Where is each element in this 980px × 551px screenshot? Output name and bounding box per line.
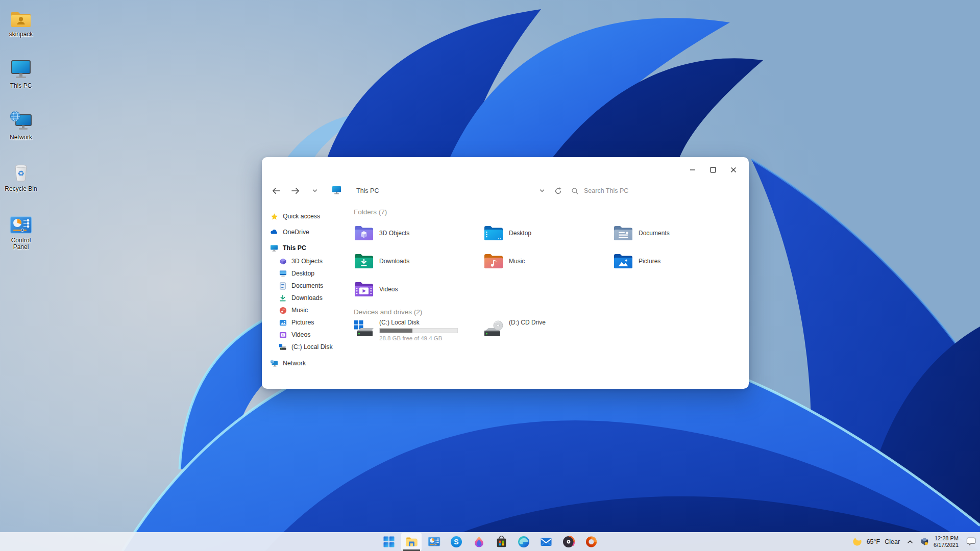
desktop: skinpack This PC xyxy=(0,0,980,551)
folder-label: Desktop xyxy=(509,230,531,237)
file-explorer-icon xyxy=(405,536,418,547)
nav-buttons: This PC xyxy=(270,185,379,197)
sidebar-item-label: Videos xyxy=(291,331,310,338)
folder-tile-3d-objects[interactable]: 3D Objects xyxy=(354,219,483,247)
search-box[interactable] xyxy=(571,187,741,195)
monitor-icon xyxy=(270,244,278,252)
drive-name: (D:) CD Drive xyxy=(509,319,546,326)
taskbar-groove-music[interactable] xyxy=(558,533,579,551)
edge-icon xyxy=(518,536,530,548)
groove-music-icon xyxy=(562,536,575,548)
drive-tile-cd-drive[interactable]: (D:) CD Drive xyxy=(483,319,613,341)
cloud-icon xyxy=(270,228,278,236)
folders-grid: 3D Objects Desktop xyxy=(354,219,749,303)
desktop-folder-icon xyxy=(483,224,504,242)
taskbar-office[interactable] xyxy=(581,533,601,551)
start-button[interactable] xyxy=(379,533,399,551)
content-pane: Folders (7) 3D Objects xyxy=(345,201,749,389)
drive-info: (C:) Local Disk 28.8 GB free of 49.4 GB xyxy=(379,319,458,341)
folder-label: Documents xyxy=(639,230,670,237)
taskbar-edge[interactable] xyxy=(513,533,534,551)
folder-label: Music xyxy=(509,258,525,265)
microsoft-store-icon xyxy=(496,536,507,548)
address-dropdown-chevron-icon[interactable] xyxy=(535,185,549,197)
weather-temperature[interactable]: 65°F xyxy=(867,538,880,545)
taskbar-skype[interactable]: S xyxy=(446,533,467,551)
tray-chevron-up-icon[interactable] xyxy=(906,539,914,545)
taskbar-control-panel[interactable] xyxy=(424,533,444,551)
refresh-icon[interactable] xyxy=(551,185,565,197)
sidebar-item-network[interactable]: Network xyxy=(270,357,345,369)
drive-free-space: 28.8 GB free of 49.4 GB xyxy=(379,335,458,341)
forward-button[interactable] xyxy=(289,185,302,197)
desktop-icon-label: Network xyxy=(10,134,32,141)
back-button[interactable] xyxy=(270,185,282,197)
desktop-icon-skinpack[interactable]: skinpack xyxy=(3,4,39,56)
taskbar-clock[interactable]: 12:28 PM 6/17/2021 xyxy=(934,535,959,548)
this-pc-monitor-icon xyxy=(10,56,32,80)
folder-tile-documents[interactable]: Documents xyxy=(613,219,743,247)
title-bar[interactable] xyxy=(262,157,749,181)
folder-tile-music[interactable]: Music xyxy=(483,247,613,275)
sidebar-item-onedrive[interactable]: OneDrive xyxy=(270,226,345,238)
sidebar-item-music[interactable]: Music xyxy=(270,304,345,316)
videos-folder-icon xyxy=(354,281,374,298)
taskbar-file-explorer[interactable] xyxy=(401,533,422,551)
sidebar-item-label: Pictures xyxy=(291,319,314,326)
sidebar-item-local-disk[interactable]: (C:) Local Disk xyxy=(270,341,345,353)
window-body: Quick access OneDrive This PC xyxy=(262,201,749,389)
sidebar-item-desktop[interactable]: Desktop xyxy=(270,267,345,280)
notification-center-icon[interactable] xyxy=(966,537,976,546)
navigation-pane: Quick access OneDrive This PC xyxy=(262,201,345,389)
sidebar-item-quick-access[interactable]: Quick access xyxy=(270,210,345,222)
sidebar-item-downloads[interactable]: Downloads xyxy=(270,292,345,304)
close-button[interactable] xyxy=(723,162,744,178)
drive-tile-local-disk[interactable]: (C:) Local Disk 28.8 GB free of 49.4 GB xyxy=(354,319,483,341)
skype-letter: S xyxy=(454,538,458,546)
taskbar-center-icons: S xyxy=(379,533,601,551)
folder-tile-videos[interactable]: Videos xyxy=(354,275,483,303)
system-tray: 65°F Clear 12:28 PM 6/17/2021 xyxy=(852,532,976,551)
sidebar-item-documents[interactable]: Documents xyxy=(270,280,345,292)
disk-usage-fill xyxy=(380,329,412,333)
drive-info: (D:) CD Drive xyxy=(509,319,546,341)
disk-usage-bar xyxy=(379,328,458,333)
recent-locations-chevron-icon[interactable] xyxy=(309,185,321,197)
recycle-glyph: ♻ xyxy=(17,169,24,178)
folder-tile-pictures[interactable]: Pictures xyxy=(613,247,743,275)
search-input[interactable] xyxy=(584,187,696,194)
office-icon xyxy=(585,536,597,548)
documents-folder-icon xyxy=(613,224,633,242)
devices-section-header[interactable]: Devices and drives (2) xyxy=(354,308,749,316)
taskbar-microsoft-store[interactable] xyxy=(491,533,511,551)
desktop-icon-network[interactable]: Network xyxy=(3,107,39,159)
breadcrumb-location[interactable]: This PC xyxy=(356,187,379,194)
sidebar-item-label: This PC xyxy=(283,244,306,252)
folder-label: Videos xyxy=(379,286,398,293)
desktop-icon-control-panel[interactable]: Control Panel xyxy=(3,210,39,262)
desktop-icon-recycle-bin[interactable]: ♻ Recycle Bin xyxy=(3,159,39,210)
folders-section-header[interactable]: Folders (7) xyxy=(354,208,749,216)
sidebar-item-videos[interactable]: Videos xyxy=(270,329,345,341)
folder-tile-desktop[interactable]: Desktop xyxy=(483,219,613,247)
sidebar-item-pictures[interactable]: Pictures xyxy=(270,316,345,329)
skinpack-folder-icon xyxy=(10,4,32,29)
tray-app-icon[interactable] xyxy=(920,537,929,546)
network-mini-icon xyxy=(270,359,278,367)
desktop-icon-label: This PC xyxy=(10,83,32,89)
weather-moon-icon[interactable] xyxy=(852,537,862,546)
folder-tile-downloads[interactable]: Downloads xyxy=(354,247,483,275)
control-panel-icon xyxy=(9,210,33,235)
minimize-button[interactable] xyxy=(682,162,703,178)
taskbar-mail[interactable] xyxy=(536,533,556,551)
maximize-button[interactable] xyxy=(703,162,723,178)
desktop-icon-label: Control Panel xyxy=(3,237,39,251)
sidebar-item-this-pc[interactable]: This PC xyxy=(270,242,345,254)
control-panel-taskbar-icon xyxy=(428,536,440,547)
recycle-bin-icon: ♻ xyxy=(10,159,32,183)
weather-condition[interactable]: Clear xyxy=(885,538,900,545)
desktop-icon-this-pc[interactable]: This PC xyxy=(3,56,39,107)
folder-label: 3D Objects xyxy=(379,230,409,237)
sidebar-item-3d-objects[interactable]: 3D Objects xyxy=(270,255,345,267)
taskbar-paint-3d[interactable] xyxy=(469,533,489,551)
